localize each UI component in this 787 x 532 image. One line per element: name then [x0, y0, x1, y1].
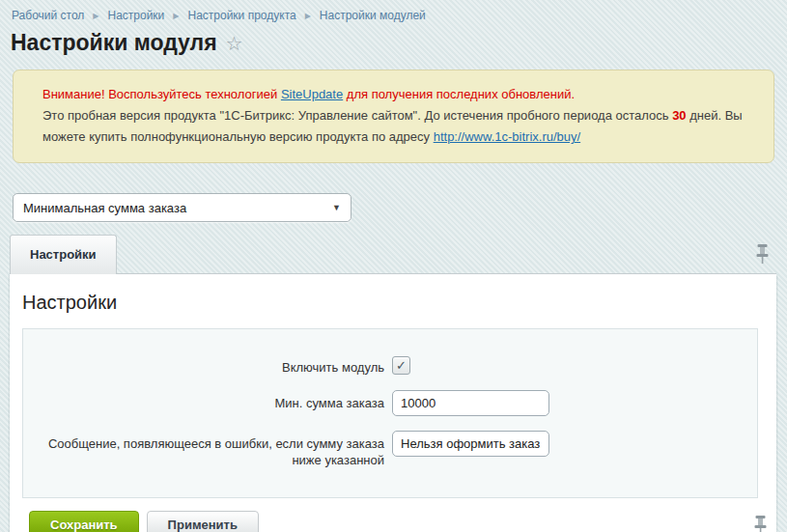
- apply-button[interactable]: Применить: [147, 511, 259, 532]
- pin-icon[interactable]: [756, 244, 769, 267]
- breadcrumb-separator-icon: ▶: [93, 12, 98, 20]
- settings-fieldset: Включить модуль ✓ Мин. сумма заказа Сооб…: [22, 328, 758, 498]
- module-select-wrap: Минимальная сумма заказа ▼: [13, 193, 787, 222]
- warning-line-2: Это пробная версия продукта "1С-Битрикс:…: [42, 105, 745, 148]
- field-label: Мин. сумма заказа: [23, 390, 384, 411]
- breadcrumb-link-desktop[interactable]: Рабочий стол: [12, 9, 84, 22]
- chevron-down-icon: ▼: [332, 203, 341, 212]
- trial-text: Это пробная версия продукта "1С-Битрикс:…: [42, 108, 672, 123]
- warning-line-1: Внимание! Воспользуйтесь технологией Sit…: [42, 84, 745, 105]
- trial-warning-banner: Внимание! Воспользуйтесь технологией Sit…: [13, 70, 774, 163]
- min-order-sum-input[interactable]: [392, 390, 549, 416]
- breadcrumb-link-settings[interactable]: Настройки: [107, 9, 164, 22]
- enable-module-checkbox[interactable]: ✓: [392, 356, 410, 375]
- tab-settings[interactable]: Настройки: [10, 235, 117, 274]
- trial-days-left: 30: [672, 108, 686, 123]
- form-row-error-message: Сообщение, появляющееся в ошибки, если с…: [23, 431, 757, 468]
- form-row-enable-module: Включить модуль ✓: [23, 354, 757, 376]
- pin-icon[interactable]: [754, 516, 767, 532]
- favorite-star-icon[interactable]: ☆: [226, 34, 243, 53]
- buy-link[interactable]: http://www.1c-bitrix.ru/buy/: [434, 129, 580, 144]
- settings-panel: Настройки Включить модуль ✓ Мин. сумма з…: [10, 274, 776, 532]
- siteupdate-link[interactable]: SiteUpdate: [281, 87, 343, 101]
- breadcrumb-link-product-settings[interactable]: Настройки продукта: [187, 9, 295, 22]
- breadcrumb: Рабочий стол▶Настройки▶Настройки продукт…: [0, 0, 787, 22]
- breadcrumb-link-module-settings[interactable]: Настройки модулей: [320, 9, 426, 22]
- form-row-min-order-sum: Мин. сумма заказа: [23, 390, 757, 416]
- module-select-value: Минимальная сумма заказа: [23, 201, 332, 215]
- page-title: Настройки модуля: [11, 30, 217, 56]
- field-label: Сообщение, появляющееся в ошибки, если с…: [23, 431, 384, 468]
- error-message-input[interactable]: [392, 431, 549, 457]
- field-label: Включить модуль: [23, 354, 384, 376]
- panel-footer: Сохранить Применить: [10, 498, 776, 532]
- tab-row: Настройки: [10, 235, 776, 274]
- pushpin-glyph: [756, 244, 769, 264]
- save-button[interactable]: Сохранить: [29, 511, 139, 532]
- warning-text-prefix: Внимание! Воспользуйтесь технологией: [42, 87, 281, 101]
- warning-text-suffix: для получения последних обновлений.: [343, 87, 575, 101]
- breadcrumb-separator-icon: ▶: [173, 12, 179, 20]
- breadcrumb-separator-icon: ▶: [305, 12, 311, 20]
- check-icon: ✓: [396, 358, 407, 373]
- pushpin-glyph: [754, 516, 767, 532]
- panel-heading: Настройки: [10, 275, 776, 328]
- module-select[interactable]: Минимальная сумма заказа ▼: [13, 193, 351, 222]
- title-row: Настройки модуля ☆: [0, 22, 787, 56]
